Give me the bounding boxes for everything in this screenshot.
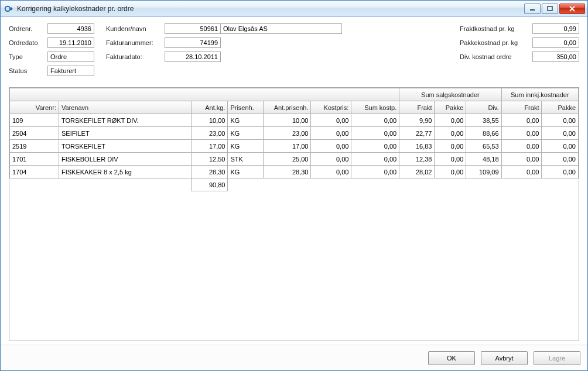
divkost-input[interactable] [532, 51, 579, 62]
cell[interactable]: 38,55 [466, 114, 501, 127]
cell[interactable]: 0,00 [501, 166, 542, 178]
cell[interactable]: 0,00 [542, 153, 579, 166]
kundenr-label: Kundenr/navn [106, 25, 165, 32]
close-button[interactable] [559, 4, 585, 14]
cell[interactable]: 12,38 [399, 153, 435, 166]
pakkekost-label: Pakkekostnad pr. kg [460, 39, 532, 46]
cell[interactable]: 0,00 [311, 153, 351, 166]
cell[interactable]: KG [228, 127, 263, 140]
cell[interactable]: 0,00 [351, 140, 399, 153]
cell[interactable]: 16,83 [399, 140, 435, 153]
cell[interactable]: 0,00 [311, 114, 351, 127]
cell[interactable]: 0,00 [542, 166, 579, 178]
cell[interactable]: 0,00 [311, 166, 351, 178]
data-grid[interactable]: Sum salgskostnader Sum innkj.kostnader V… [9, 88, 579, 191]
col-varenavn[interactable]: Varenavn [59, 101, 191, 114]
cell[interactable]: 2504 [10, 127, 59, 140]
cell[interactable]: 0,00 [435, 127, 466, 140]
cell[interactable]: 48,18 [466, 153, 501, 166]
status-value: Fakturert [47, 66, 94, 76]
table-row[interactable]: 109TORSKEFILET RØKT DIV.10,00KG10,000,00… [10, 114, 579, 127]
col-sumkostp[interactable]: Sum kostp. [351, 101, 399, 114]
button-bar: OK Avbryt Lagre [1, 345, 587, 370]
table-row[interactable]: 1701FISKEBOLLER DIV12,50STK25,000,000,00… [10, 153, 579, 166]
cell[interactable]: 22,77 [399, 127, 435, 140]
group-salgs: Sum salgskostnader [399, 88, 501, 101]
cell[interactable]: 0,00 [311, 140, 351, 153]
cell[interactable]: 10,00 [192, 114, 228, 127]
col-kostpris[interactable]: Kostpris: [311, 101, 351, 114]
table-row[interactable]: 2504SEIFILET23,00KG23,000,000,0022,770,0… [10, 127, 579, 140]
pakkekost-input[interactable] [532, 37, 579, 48]
col-frakt2[interactable]: Frakt [501, 101, 542, 114]
cell[interactable]: 0,00 [351, 127, 399, 140]
cell[interactable]: 17,00 [263, 140, 311, 153]
col-div[interactable]: Div. [466, 101, 501, 114]
kundenavn-value: Olav Elgsås AS [220, 23, 342, 34]
cell[interactable]: SEIFILET [59, 127, 191, 140]
cell[interactable]: 28,30 [192, 166, 228, 178]
col-varenr[interactable]: Varenr: [10, 101, 59, 114]
cell[interactable]: 0,00 [311, 127, 351, 140]
cell[interactable]: TORSKEFILET RØKT DIV. [59, 114, 191, 127]
cell[interactable]: 0,00 [542, 140, 579, 153]
cell[interactable]: 10,00 [263, 114, 311, 127]
cell[interactable]: 17,00 [192, 140, 228, 153]
cell[interactable]: 0,00 [501, 153, 542, 166]
cell[interactable]: 0,00 [351, 166, 399, 178]
col-antprisenh[interactable]: Ant.prisenh. [263, 101, 311, 114]
window-title: Korrigering kalkylekostnader pr. ordre [17, 5, 524, 13]
cell[interactable]: 0,00 [351, 153, 399, 166]
col-pakke[interactable]: Pakke [435, 101, 466, 114]
cell[interactable]: 0,00 [435, 153, 466, 166]
cell[interactable]: 0,00 [542, 114, 579, 127]
table-row[interactable]: 2519TORSKEFILET17,00KG17,000,000,0016,83… [10, 140, 579, 153]
grid-container: Sum salgskostnader Sum innkj.kostnader V… [9, 87, 579, 341]
maximize-button[interactable] [542, 4, 558, 14]
cancel-button[interactable]: Avbryt [481, 351, 528, 365]
cell[interactable]: 28,30 [263, 166, 311, 178]
cell[interactable]: FISKEKAKER 8 x 2,5 kg [59, 166, 191, 178]
cell[interactable]: STK [228, 153, 263, 166]
cell[interactable]: 0,00 [501, 127, 542, 140]
cell[interactable]: TORSKEFILET [59, 140, 191, 153]
cell[interactable]: 23,00 [192, 127, 228, 140]
cell[interactable]: KG [228, 114, 263, 127]
cell[interactable]: 65,53 [466, 140, 501, 153]
cell[interactable]: 0,00 [435, 140, 466, 153]
cell[interactable]: 23,00 [263, 127, 311, 140]
cell[interactable]: KG [228, 166, 263, 178]
cell[interactable]: 0,00 [542, 127, 579, 140]
col-prisenh[interactable]: Prisenh. [228, 101, 263, 114]
cell[interactable]: 25,00 [263, 153, 311, 166]
cell[interactable]: 0,00 [351, 114, 399, 127]
col-frakt[interactable]: Frakt [399, 101, 435, 114]
blank-cell [399, 178, 435, 191]
cell[interactable]: 0,00 [501, 114, 542, 127]
cell[interactable]: 0,00 [501, 140, 542, 153]
ok-button[interactable]: OK [428, 351, 475, 365]
minimize-button[interactable] [524, 4, 541, 14]
cell[interactable]: FISKEBOLLER DIV [59, 153, 191, 166]
cell[interactable]: 109,09 [466, 166, 501, 178]
cell[interactable]: 28,02 [399, 166, 435, 178]
cell[interactable]: 0,00 [435, 166, 466, 178]
fraktkost-input[interactable] [532, 23, 579, 34]
table-row[interactable]: 1704FISKEKAKER 8 x 2,5 kg28,30KG28,300,0… [10, 166, 579, 178]
cell[interactable]: KG [228, 140, 263, 153]
cell[interactable]: 1701 [10, 153, 59, 166]
blank-cell [228, 178, 263, 191]
fakturadato-value: 28.10.2011 [165, 51, 221, 62]
cell[interactable]: 2519 [10, 140, 59, 153]
cell[interactable]: 109 [10, 114, 59, 127]
cell[interactable]: 1704 [10, 166, 59, 178]
save-button[interactable]: Lagre [534, 351, 580, 365]
col-pakke2[interactable]: Pakke [542, 101, 579, 114]
cell[interactable]: 12,50 [192, 153, 228, 166]
fakturanr-label: Fakturanummer: [106, 39, 165, 46]
cell[interactable]: 0,00 [435, 114, 466, 127]
cell[interactable]: 88,66 [466, 127, 501, 140]
cell[interactable]: 9,90 [399, 114, 435, 127]
blank-cell [311, 178, 351, 191]
col-antkg[interactable]: Ant.kg. [192, 101, 228, 114]
